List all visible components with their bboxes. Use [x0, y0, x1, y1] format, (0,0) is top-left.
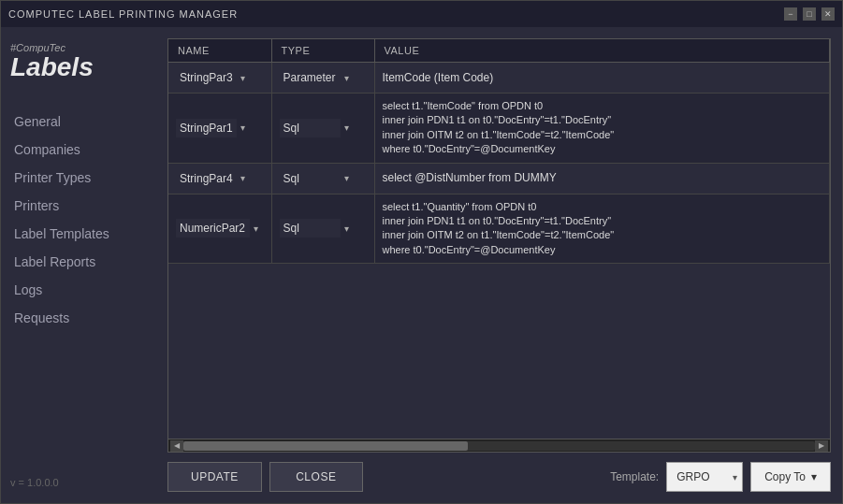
version-label: v = 1.0.0.0: [10, 469, 151, 488]
name-select-3[interactable]: NumericPar2: [176, 219, 250, 238]
value-text-3: select t1."Quantity" from OPDN t0 inner …: [375, 194, 830, 264]
table-scroll-area[interactable]: NAME TYPE VALUE St: [168, 39, 830, 439]
sidebar-item-label-reports[interactable]: Label Reports: [10, 249, 151, 275]
cell-value: select t1."ItemCode" from OPDN t0 inner …: [374, 94, 830, 164]
close-window-button[interactable]: ✕: [821, 7, 835, 21]
close-button[interactable]: CLOSE: [269, 462, 363, 492]
content-area: NAME TYPE VALUE St: [160, 27, 842, 503]
cell-name: StringPar1 ▾: [168, 94, 271, 164]
update-button[interactable]: UPDATE: [167, 462, 262, 492]
sidebar-item-printers[interactable]: Printers: [10, 193, 151, 219]
name-dropdown-arrow-3: ▾: [254, 223, 258, 234]
table-row: NumericPar2 ▾ Parameter: [168, 194, 830, 264]
col-header-value: VALUE: [374, 39, 830, 63]
cell-type: Parameter Sql ▾: [271, 63, 374, 94]
sidebar: #CompuTec Labels General Companies Print…: [1, 27, 160, 503]
title-bar: COMPUTEC LABEL PRINTING MANAGER − □ ✕: [1, 1, 842, 27]
table-row: StringPar3 ▾ Parameter: [168, 63, 830, 94]
cell-name: StringPar4 ▾: [168, 163, 271, 194]
copy-to-button[interactable]: Copy To ▾: [750, 462, 831, 492]
main-window: COMPUTEC LABEL PRINTING MANAGER − □ ✕ #C…: [0, 0, 843, 504]
name-dropdown-arrow-2: ▾: [240, 173, 245, 183]
value-text-1: select t1."ItemCode" from OPDN t0 inner …: [375, 94, 830, 163]
cell-type: Parameter Sql ▾: [271, 94, 374, 164]
value-text-0: ItemCode (Item Code): [375, 65, 830, 92]
type-select-3[interactable]: Parameter Sql: [280, 219, 341, 238]
cell-value: select @DistNumber from DUMMY: [374, 163, 830, 194]
maximize-button[interactable]: □: [803, 7, 816, 21]
scrollbar-thumb[interactable]: [183, 441, 468, 451]
cell-name: NumericPar2 ▾: [168, 194, 271, 264]
template-select-wrapper: GRPO OTHER ▾: [666, 462, 743, 492]
cell-type: Parameter Sql ▾: [271, 194, 374, 264]
type-dropdown-arrow-0: ▾: [344, 73, 349, 83]
value-text-2: select @DistNumber from DUMMY: [375, 165, 830, 192]
brand: #CompuTec Labels: [10, 42, 151, 82]
type-dropdown-arrow-3: ▾: [344, 223, 349, 234]
window-title: COMPUTEC LABEL PRINTING MANAGER: [8, 8, 238, 20]
scroll-right-arrow[interactable]: ▶: [815, 440, 828, 452]
table-row: StringPar4 ▾ Parameter: [168, 163, 830, 194]
table-row: StringPar1 ▾ Parameter: [168, 94, 830, 164]
main-layout: #CompuTec Labels General Companies Print…: [1, 27, 842, 503]
name-select-0[interactable]: StringPar3: [176, 68, 237, 87]
parameters-table-container: NAME TYPE VALUE St: [167, 38, 831, 453]
cell-value: ItemCode (Item Code): [374, 63, 830, 94]
sidebar-item-printer-types[interactable]: Printer Types: [10, 165, 151, 191]
cell-type: Parameter Sql ▾: [271, 163, 374, 194]
cell-value: select t1."Quantity" from OPDN t0 inner …: [374, 194, 830, 264]
scrollbar-track[interactable]: [183, 441, 815, 451]
sidebar-item-requests[interactable]: Requests: [10, 305, 151, 331]
scroll-left-arrow[interactable]: ◀: [170, 440, 183, 452]
nav-menu: General Companies Printer Types Printers…: [10, 108, 151, 331]
name-select-1[interactable]: StringPar1: [176, 119, 237, 137]
copy-to-label: Copy To: [764, 470, 806, 483]
sidebar-item-logs[interactable]: Logs: [10, 277, 151, 303]
col-header-type: TYPE: [271, 39, 374, 63]
template-group: Template: GRPO OTHER ▾ Copy To ▾: [610, 462, 831, 492]
template-select[interactable]: GRPO OTHER: [666, 462, 743, 492]
sidebar-item-general[interactable]: General: [10, 108, 151, 135]
type-dropdown-arrow-1: ▾: [344, 122, 349, 133]
parameters-table: NAME TYPE VALUE St: [168, 39, 830, 264]
copy-to-dropdown-icon: ▾: [811, 470, 817, 483]
sidebar-item-companies[interactable]: Companies: [10, 137, 151, 163]
type-select-2[interactable]: Parameter Sql: [280, 169, 341, 188]
footer: UPDATE CLOSE Template: GRPO OTHER ▾ Copy…: [167, 453, 831, 492]
minimize-button[interactable]: −: [784, 7, 797, 21]
name-dropdown-arrow-1: ▾: [240, 122, 245, 133]
name-select-2[interactable]: StringPar4: [176, 169, 237, 188]
window-controls: − □ ✕: [784, 7, 835, 21]
name-dropdown-arrow-0: ▾: [240, 73, 245, 83]
type-select-1[interactable]: Parameter Sql: [280, 119, 341, 137]
col-header-name: NAME: [168, 39, 271, 63]
cell-name: StringPar3 ▾: [168, 63, 271, 94]
type-select-0[interactable]: Parameter Sql: [280, 68, 341, 87]
sidebar-item-label-templates[interactable]: Label Templates: [10, 221, 151, 247]
type-dropdown-arrow-2: ▾: [344, 173, 349, 183]
template-label: Template:: [610, 470, 659, 483]
table-header-row: NAME TYPE VALUE: [168, 39, 830, 63]
brand-title: Labels: [10, 53, 151, 82]
horizontal-scrollbar[interactable]: ◀ ▶: [168, 439, 830, 452]
